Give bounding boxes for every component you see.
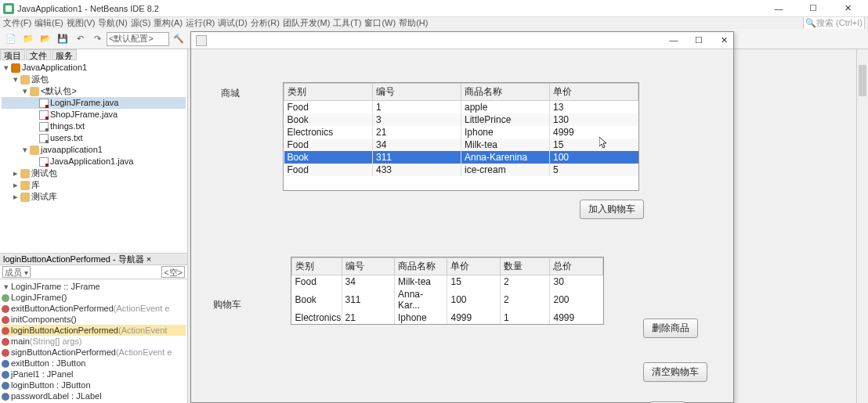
dialog-titlebar[interactable]: — ☐ ✕ [191, 32, 733, 49]
table-row[interactable]: Book3LittlePrince130 [284, 113, 638, 126]
lib-icon [20, 181, 30, 190]
table-row[interactable]: Book311Anna-Karenina100 [284, 151, 638, 164]
save-all-icon[interactable]: 💾 [55, 31, 71, 47]
col-category[interactable]: 类别 [292, 258, 342, 275]
tab-projects[interactable]: 项目 [0, 49, 25, 60]
window-title: JavaApplication1 - NetBeans IDE 8.2 [17, 4, 761, 13]
text-file-icon [39, 134, 49, 143]
project-tree[interactable]: ▾JavaApplication1 ▾源包 ▾<默认包> LoginJFrame… [0, 60, 187, 204]
svg-rect-1 [5, 5, 12, 12]
table-row[interactable]: Food1apple13 [284, 101, 638, 114]
menu-run[interactable]: 运行(R) [186, 17, 215, 29]
package-icon [30, 146, 39, 155]
field-icon [2, 360, 9, 368]
field-icon [2, 371, 9, 379]
nav-item[interactable]: main(String[] args) [2, 336, 186, 347]
table-row[interactable]: Book311Anna-Kar...1002200 [292, 288, 603, 311]
nav-item[interactable]: initComponents() [2, 314, 186, 325]
menu-view[interactable]: 视图(V) [67, 17, 96, 29]
menu-nav[interactable]: 导航(N) [98, 17, 127, 29]
project-tabs: 项目 文件 服务 [0, 49, 187, 60]
nav-item[interactable]: LoginJFrame() [2, 292, 186, 303]
table-row[interactable]: Electronics21Iphone499914999 [292, 311, 603, 324]
dialog-minimize-button[interactable]: — [669, 35, 678, 45]
nav-item[interactable]: jPanel1 : JPanel [2, 369, 186, 380]
menu-team[interactable]: 团队开发(M) [283, 17, 331, 29]
navigator-list[interactable]: ▾LoginJFrame :: JFrame LoginJFrame() exi… [0, 279, 187, 403]
nav-item[interactable]: loginButton : JButton [2, 380, 186, 390]
lib-icon [20, 193, 30, 202]
run-config-combo[interactable]: <默认配置> [107, 32, 169, 46]
dialog-maximize-button[interactable]: ☐ [694, 35, 703, 45]
tab-files[interactable]: 文件 [26, 49, 51, 60]
col-id[interactable]: 编号 [342, 258, 394, 275]
col-price[interactable]: 单价 [550, 84, 638, 101]
table-row[interactable]: Food34Milk-tea15230 [292, 275, 603, 289]
table-row[interactable]: Electronics21Iphone4999 [284, 126, 638, 139]
build-icon[interactable]: 🔨 [171, 31, 186, 47]
menu-analyze[interactable]: 分析(R) [251, 17, 280, 29]
undo-icon[interactable]: ↶ [72, 31, 88, 47]
maximize-button[interactable]: ☐ [796, 1, 830, 16]
package-icon [30, 87, 39, 96]
nav-item[interactable]: exitButtonActionPerformed(ActionEvent e [2, 303, 186, 314]
global-search[interactable]: 🔍 搜索 (Ctrl+I) [803, 17, 865, 29]
navigator-filter[interactable]: <空> [161, 266, 185, 278]
col-id[interactable]: 编号 [373, 84, 461, 101]
navigator-header: loginButtonActionPerformed - 导航器 × [0, 253, 187, 265]
tree-file[interactable]: things.txt [2, 121, 186, 132]
menu-file[interactable]: 文件(F) [3, 17, 31, 29]
navigator-toolbar: 成员 ▾ <空> [0, 265, 187, 279]
col-category[interactable]: 类别 [284, 84, 373, 101]
java-file-icon [39, 110, 49, 120]
method-icon [2, 316, 9, 324]
text-file-icon [39, 122, 49, 131]
menu-debug[interactable]: 调试(D) [218, 17, 247, 29]
col-total[interactable]: 总价 [550, 258, 603, 275]
delete-item-button[interactable]: 删除商品 [643, 318, 698, 338]
menu-edit[interactable]: 编辑(E) [34, 17, 63, 29]
nav-item[interactable]: signButtonActionPerformed(ActionEvent e [2, 347, 186, 358]
shop-label: 商城 [221, 87, 240, 100]
tree-file[interactable]: ShopJFrame.java [2, 109, 186, 121]
minimize-button[interactable]: — [761, 1, 796, 16]
table-row[interactable]: Food433ice-cream5 [284, 164, 638, 176]
java-app-icon [196, 35, 207, 46]
new-project-icon[interactable]: 📁 [20, 31, 36, 47]
tree-file[interactable]: LoginJFrame.java [2, 97, 186, 109]
tab-services[interactable]: 服务 [52, 49, 77, 60]
editor-scrollbar[interactable] [856, 49, 868, 403]
menu-refactor[interactable]: 重构(A) [154, 17, 183, 29]
package-icon [20, 169, 30, 178]
nav-item[interactable]: loginButtonActionPerformed(ActionEvent [2, 325, 186, 336]
clear-cart-button[interactable]: 清空购物车 [643, 362, 707, 382]
tree-file[interactable]: users.txt [2, 132, 186, 144]
method-icon [2, 338, 9, 346]
shop-table[interactable]: 类别 编号 商品名称 单价 Food1apple13Book3LittlePri… [283, 82, 639, 191]
ide-titlebar: JavaApplication1 - NetBeans IDE 8.2 — ☐ … [0, 0, 868, 17]
col-price[interactable]: 单价 [447, 258, 500, 275]
menu-help[interactable]: 帮助(H) [399, 17, 428, 29]
method-icon [2, 305, 9, 313]
menu-source[interactable]: 源(S) [131, 17, 151, 29]
ide-menubar: 文件(F) 编辑(E) 视图(V) 导航(N) 源(S) 重构(A) 运行(R)… [0, 17, 868, 29]
dialog-close-button[interactable]: ✕ [719, 35, 729, 45]
col-qty[interactable]: 数量 [500, 258, 550, 275]
col-name[interactable]: 商品名称 [395, 258, 447, 275]
redo-icon[interactable]: ↷ [89, 31, 105, 47]
cart-label: 购物车 [213, 298, 241, 311]
table-row[interactable]: Food34Milk-tea15 [284, 139, 638, 151]
close-button[interactable]: ✕ [830, 1, 865, 16]
open-icon[interactable]: 📂 [38, 31, 53, 47]
netbeans-icon [3, 3, 14, 14]
cart-table[interactable]: 类别 编号 商品名称 单价 数量 总价 Food34Milk-tea15230B… [291, 257, 604, 325]
navigator-view-select[interactable]: 成员 ▾ [2, 266, 31, 278]
nav-item[interactable]: exitButton : JButton [2, 358, 186, 369]
col-name[interactable]: 商品名称 [461, 84, 550, 101]
menu-tools[interactable]: 工具(T) [333, 17, 361, 29]
add-to-cart-button[interactable]: 加入购物车 [580, 200, 644, 219]
tree-file[interactable]: JavaApplication1.java [2, 156, 186, 167]
nav-item[interactable]: passwordLabel : JLabel [2, 390, 186, 401]
menu-window[interactable]: 窗口(W) [364, 17, 396, 29]
new-file-icon[interactable]: 📄 [3, 31, 19, 47]
